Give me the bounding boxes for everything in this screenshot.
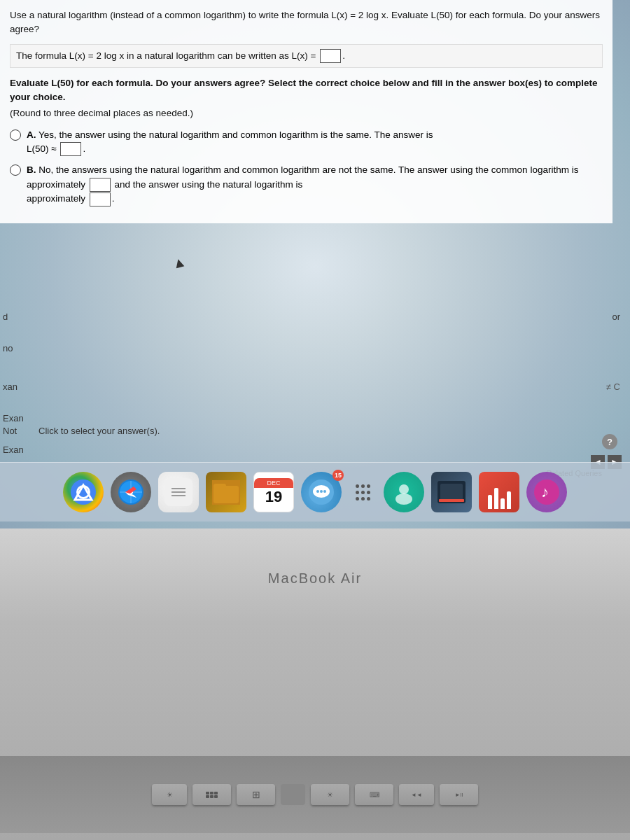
dots-menu [356,484,370,500]
dot-2 [361,484,365,488]
option-a[interactable]: A. Yes, the answer using the natural log… [10,128,603,157]
dot-5 [361,491,365,494]
option-b-content: B. No, the answers using the natural log… [27,163,603,206]
key-f8-label: ►ll [455,792,463,798]
dot-3 [367,484,370,488]
music-icon [164,478,192,506]
photo-icon [438,481,465,503]
key-f6-label: ⌨ [370,791,379,799]
dot-8 [361,497,365,500]
svg-point-22 [323,490,326,493]
f3-cell-5 [210,795,214,798]
evaluate-bold: Evaluate L(50) for each formula. Do your… [10,78,597,102]
f3-cell-1 [206,792,209,794]
option-a-text: Yes, the answer using the natural logari… [38,130,433,140]
bar-3 [500,498,505,509]
chrome-icon [71,479,96,505]
screen-area: Use a natural logarithm (instead of a co… [0,0,630,532]
dock-facetime[interactable] [384,472,424,512]
main-question: Use a natural logarithm (instead of a co… [10,8,603,37]
dot-6 [367,491,370,494]
option-b-label: B. [27,164,36,175]
svg-point-21 [320,490,323,493]
key-f3-inner [206,792,218,798]
key-f7[interactable]: ◄◄ [399,784,434,805]
dots-row-1 [356,484,370,488]
dot-7 [356,497,359,500]
bar-2 [494,488,498,509]
label-d: d [3,312,8,322]
itunes-icon: ♪ [533,479,560,505]
svg-rect-26 [440,484,463,500]
key-f7-label: ◄◄ [411,792,422,798]
label-not: Not [3,426,17,436]
dock-photo[interactable] [431,472,472,512]
dots-row-2 [356,491,370,494]
f3-cell-4 [206,795,209,798]
safari-icon [117,478,145,506]
dock-calendar[interactable]: DEC 19 [253,472,294,512]
dot-9 [367,497,370,500]
key-f3[interactable] [192,784,231,805]
click-label[interactable]: Click to select your answer(s). [38,426,160,436]
round-note: (Round to three decimal places as needed… [10,106,603,120]
question-text-span: Use a natural logarithm (instead of a co… [10,10,600,34]
dock-chrome[interactable] [63,472,104,512]
key-f5-label: ☀ [327,791,333,799]
bar-1 [488,495,492,509]
svg-point-20 [316,490,319,493]
radio-b[interactable] [10,164,21,176]
dock-more-apps[interactable] [349,472,377,512]
dot-4 [356,491,359,494]
macbook-brand-text: MacBook Air [268,570,362,587]
label-xan: xan [3,382,18,392]
label-exan1: Exan [3,413,24,424]
help-button[interactable]: ? [602,434,617,449]
dock-messages[interactable]: 15 [301,472,342,512]
messages-icon [307,478,335,506]
approximately-label: approximately [27,193,85,204]
key-f2-label: ☀ [167,791,173,799]
option-a-content: A. Yes, the answer using the natural log… [27,128,603,157]
f3-cell-6 [214,795,218,798]
key-f2[interactable]: ☀ [152,784,187,805]
dock-charts[interactable] [479,472,519,512]
key-f8[interactable]: ►ll [440,784,478,805]
option-b-end: and the answer using the natural logarit… [115,179,303,190]
svg-point-23 [399,484,409,494]
label-or: or [612,312,620,322]
svg-rect-27 [439,499,464,502]
calendar-day: 19 [265,488,282,506]
answer-box-b1[interactable] [90,178,111,192]
answer-box-b2[interactable] [90,192,111,206]
answer-box-a[interactable] [60,142,81,156]
dock-music[interactable] [158,472,199,512]
evaluate-section: Evaluate L(50) for each formula. Do your… [10,76,603,121]
dock-safari[interactable] [111,472,151,512]
radio-a[interactable] [10,130,21,141]
calendar-month: DEC [254,478,293,488]
label-no: no [3,343,13,354]
f3-cell-3 [214,792,218,794]
dots-row-3 [356,497,370,500]
dock-finder[interactable] [206,472,246,512]
bar-4 [507,491,511,509]
option-a-l50: L(50) ≈ [27,144,59,154]
formula-intro: The formula L(x) = 2 log x in a natural … [16,50,316,61]
messages-badge: 15 [332,470,344,481]
svg-point-24 [396,493,412,505]
dock-itunes[interactable]: ♪ [526,472,567,512]
svg-rect-16 [214,484,226,489]
key-f4-label: ⊞ [252,789,260,800]
label-exan2: Exan [3,444,24,455]
key-f3-grid [206,792,218,798]
keyboard-area: ☀ ⊞ ☀ ⌨ ◄◄ ►ll [0,756,630,833]
key-f5[interactable]: ☀ [311,784,349,805]
key-f4[interactable]: ⊞ [237,784,275,805]
key-f6[interactable]: ⌨ [355,784,393,805]
facetime-icon [391,479,416,505]
dot-1 [356,484,359,488]
option-b[interactable]: B. No, the answers using the natural log… [10,163,603,206]
formula-input-box[interactable] [320,49,341,63]
dock-area: DEC 19 15 [0,462,630,522]
